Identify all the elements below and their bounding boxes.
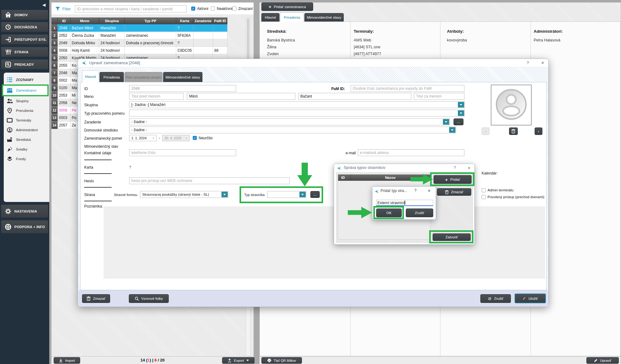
cell-card[interactable]: ? bbox=[176, 24, 193, 32]
cell-num[interactable]: 4 bbox=[51, 47, 58, 54]
cell-card[interactable]: 5F826A bbox=[176, 32, 193, 39]
cell-card[interactable]: C8DC05 bbox=[176, 47, 193, 54]
chevron-down-icon[interactable] bbox=[458, 102, 464, 108]
sidebar-item-administratori[interactable]: Administrátori bbox=[4, 127, 49, 133]
sidebar-item-nastavenia[interactable]: NASTAVENIA bbox=[1, 205, 48, 218]
cell-num[interactable]: 6 bbox=[51, 62, 58, 69]
table-row[interactable]: 22052Čierna ZuzkaManažérizamestnanec5F82… bbox=[51, 32, 227, 39]
cell-group[interactable]: 24 hodinoví bbox=[99, 47, 125, 54]
header-id[interactable]: ID bbox=[338, 175, 351, 181]
cell-num[interactable]: 2 bbox=[51, 32, 58, 39]
date-from-select[interactable]: 1. 1. 2024∨ bbox=[129, 135, 157, 141]
help-icon[interactable]: ? bbox=[413, 188, 418, 193]
cell-typ[interactable] bbox=[125, 47, 176, 54]
sidebar-item-podpora[interactable]: PODPORA + INFO bbox=[1, 220, 48, 233]
cell-typ[interactable] bbox=[125, 24, 176, 32]
header-skupina[interactable]: Skupina bbox=[99, 17, 125, 24]
tab-priradenia-right[interactable]: Priradenia bbox=[280, 12, 304, 22]
list-item[interactable]: Petra Halasová bbox=[534, 37, 560, 44]
header-zaradenie[interactable]: Zaradenie bbox=[193, 17, 213, 24]
sidebar-item-strava[interactable]: STRAVA bbox=[1, 47, 48, 57]
header-pamid[interactable]: PaM ID bbox=[213, 17, 227, 24]
checkbox-aktivni[interactable]: ✓ bbox=[191, 7, 195, 11]
sidebar-item-prehlady[interactable]: PREHĽADY bbox=[1, 60, 48, 69]
dialog-titlebar[interactable]: Pridať typ stra... ? × bbox=[372, 187, 436, 195]
tab-mimoevidencne[interactable]: Mimoevidenčné stavy bbox=[163, 72, 202, 82]
header-typpp[interactable]: Typ PP bbox=[125, 17, 176, 24]
tab-hlavne[interactable]: Hlavné bbox=[82, 70, 99, 83]
export-button[interactable]: Export bbox=[222, 357, 255, 364]
first-name-input[interactable]: Miloš bbox=[187, 93, 295, 100]
list-item[interactable]: AMS Web bbox=[354, 37, 381, 44]
sample-photos-button[interactable]: Vzorové fotky bbox=[129, 294, 169, 303]
title-after-input[interactable]: Titul za menom bbox=[414, 93, 464, 100]
cell-pam[interactable]: 88 bbox=[213, 47, 227, 54]
chevron-down-icon[interactable] bbox=[221, 192, 228, 197]
last-name-input[interactable]: Bažant bbox=[298, 93, 411, 100]
stravne-formou-select[interactable]: Stravovacej poukážky (stravný lístok - S… bbox=[140, 191, 228, 198]
dialog-titlebar[interactable]: Upraviť zamestnanca [2048] ? × bbox=[78, 59, 548, 67]
list-item[interactable]: kovovýroba bbox=[447, 37, 467, 44]
photo-prev-button[interactable]: ‹ bbox=[482, 127, 489, 135]
edit-button[interactable]: Upraviť bbox=[586, 357, 619, 364]
phone-input[interactable]: telefónne číslo bbox=[129, 149, 236, 156]
cell-pam[interactable] bbox=[213, 39, 227, 47]
heslo-input[interactable]: heslo pre prístup cez WEB rozhranie bbox=[129, 177, 290, 184]
chevron-down-icon[interactable] bbox=[443, 119, 449, 125]
sidebar-item-skupiny[interactable]: Skupiny bbox=[4, 98, 49, 104]
header-id[interactable]: ID bbox=[58, 17, 70, 24]
pamid-input[interactable]: Osobné číslo zamestnanca pre exporty do … bbox=[351, 85, 464, 92]
sidebar-item-sviatky[interactable]: Sviatky bbox=[4, 146, 49, 153]
sidebar-item-fondy[interactable]: Fondy bbox=[4, 156, 49, 162]
date-to-select[interactable]: 30. 4. 2025∨ bbox=[162, 135, 190, 141]
photo-next-button[interactable]: › bbox=[535, 127, 542, 135]
cell-group[interactable]: Manažéri bbox=[99, 24, 125, 32]
cell-id[interactable]: 0002 bbox=[58, 77, 70, 84]
sidebar-item-zoznamy[interactable]: ZOZNAMY bbox=[4, 76, 49, 83]
title-before-input[interactable]: Titul pred menom bbox=[129, 93, 184, 100]
tab-plan-priradenia[interactable]: Plán priradenia skupín bbox=[124, 72, 163, 82]
cell-pam[interactable] bbox=[213, 24, 227, 32]
cell-id[interactable]: 2056 bbox=[58, 99, 70, 107]
checkbox-neaktivni[interactable] bbox=[211, 7, 215, 11]
add-employee-button[interactable]: + Pridať zamestnanca bbox=[261, 2, 313, 11]
email-input[interactable]: e-mailová adresa bbox=[358, 149, 464, 156]
cell-id[interactable]: 2046 bbox=[58, 69, 70, 77]
tab-hlavne-right[interactable]: Hlavné bbox=[261, 13, 279, 22]
zaradenie-more-button[interactable]: ... bbox=[454, 118, 463, 125]
sidebar-item-pristupovy-sys[interactable]: PRÍSTUPOVÝ SYS. bbox=[1, 35, 48, 44]
cell-id[interactable]: 2053 bbox=[58, 92, 70, 99]
cell-num[interactable]: 14 bbox=[51, 122, 58, 129]
cell-id[interactable]: 2052 bbox=[58, 32, 70, 39]
close-icon[interactable]: × bbox=[466, 165, 472, 170]
header-karta[interactable]: Karta bbox=[176, 17, 193, 24]
cell-id[interactable]: 2049 bbox=[58, 39, 70, 47]
sidebar-item-strediska[interactable]: Strediská bbox=[4, 136, 49, 143]
meal-type-name-input[interactable]: Externí stravníci bbox=[376, 200, 433, 206]
cell-num[interactable]: 3 bbox=[51, 39, 58, 47]
neurcito-checkbox[interactable]: ✓ bbox=[193, 136, 197, 140]
skupina-select[interactable]: [- žiadna -] Manažéri bbox=[129, 101, 465, 108]
id-input[interactable]: 2048 bbox=[129, 85, 236, 92]
cell-id[interactable]: 0008 bbox=[58, 47, 70, 54]
typ-pp-select[interactable] bbox=[129, 110, 465, 117]
table-row[interactable]: 40008Holý Kamil24 hodinovíC8DC0588 bbox=[51, 47, 227, 54]
cell-assign[interactable] bbox=[193, 32, 213, 39]
header-meno[interactable]: Meno bbox=[70, 17, 99, 24]
poznamka-textarea[interactable] bbox=[104, 206, 545, 279]
list-item[interactable]: [4977] ATT4977 bbox=[354, 50, 381, 57]
cell-num[interactable]: 5 bbox=[51, 54, 58, 62]
cell-group[interactable]: Manažéri bbox=[99, 32, 125, 39]
cell-id[interactable]: 0003 bbox=[58, 114, 70, 122]
list-item[interactable]: Žilina bbox=[267, 44, 295, 50]
list-item[interactable]: Banská Bystrica bbox=[267, 37, 295, 44]
chevron-down-icon[interactable] bbox=[458, 110, 464, 116]
cell-num[interactable]: 10 bbox=[51, 92, 58, 99]
list-item[interactable]: Zvolen bbox=[267, 50, 295, 57]
cell-name[interactable]: Bažant Miloš bbox=[70, 24, 99, 32]
cancel-button[interactable]: ⊘ Zrušiť bbox=[480, 294, 511, 303]
cell-id[interactable]: 2050 bbox=[58, 54, 70, 62]
cell-num[interactable]: 7 bbox=[51, 69, 58, 77]
cell-pam[interactable] bbox=[213, 32, 227, 39]
cell-assign[interactable] bbox=[193, 39, 213, 47]
